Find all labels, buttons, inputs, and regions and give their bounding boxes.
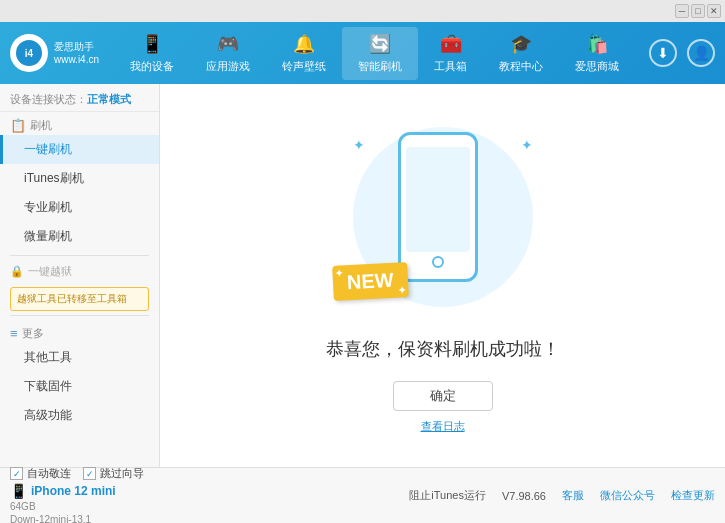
sidebar-divider-1: [10, 255, 149, 256]
service-link[interactable]: 客服: [562, 488, 584, 503]
phone-screen: [406, 147, 470, 252]
logo-icon: i4: [10, 34, 48, 72]
phone-device: [398, 132, 478, 282]
lock-icon: 🔒: [10, 265, 24, 278]
confirm-button[interactable]: 确定: [393, 381, 493, 411]
more-section-header: ≡ 更多: [0, 320, 159, 343]
new-badge: NEW: [333, 264, 408, 299]
sidebar-item-itunes-flash[interactable]: iTunes刷机: [0, 164, 159, 193]
nav-item-smart-shop[interactable]: 🔄 智能刷机: [342, 27, 418, 80]
download-button[interactable]: ⬇: [649, 39, 677, 67]
sidebar-item-other-tools[interactable]: 其他工具: [0, 343, 159, 372]
nav-right: ⬇ 👤: [649, 39, 715, 67]
checkbox-auto-connect-box[interactable]: ✓: [10, 467, 23, 480]
bottom-panel: ✓ 自动敬连 ✓ 跳过向导 📱 iPhone 12 mini 64GB Down…: [0, 467, 725, 523]
update-link[interactable]: 检查更新: [671, 488, 715, 503]
bottom-left-section: ✓ 自动敬连 ✓ 跳过向导 📱 iPhone 12 mini 64GB Down…: [10, 466, 152, 523]
sidebar-item-advanced[interactable]: 高级功能: [0, 401, 159, 430]
phone-home-btn: [432, 256, 444, 268]
sidebar-item-download-fw[interactable]: 下载固件: [0, 372, 159, 401]
content-row: 设备连接状态： 正常模式 📋 刷机 一键刷机 iTunes刷机 专业刷机 微量刷…: [0, 84, 725, 467]
main-content: ✦ ✦ NEW 恭喜您，保资料刷机成功啦！ 确定 查看日志: [160, 84, 725, 467]
tools-icon: 🧰: [440, 33, 462, 55]
stop-itunes-label: 阻止iTunes运行: [409, 488, 486, 503]
new-ribbon-label: NEW: [332, 262, 408, 301]
sparkle-tr-icon: ✦: [521, 137, 533, 153]
sidebar-item-one-click-flash[interactable]: 一键刷机: [0, 135, 159, 164]
sidebar: 设备连接状态： 正常模式 📋 刷机 一键刷机 iTunes刷机 专业刷机 微量刷…: [0, 84, 160, 467]
logo-area: i4 爱思助手 www.i4.cn: [10, 34, 100, 72]
maximize-button[interactable]: □: [691, 4, 705, 18]
device-phone-icon: 📱: [10, 483, 27, 499]
sidebar-item-micro-flash[interactable]: 微量刷机: [0, 222, 159, 251]
nav-item-tools[interactable]: 🧰 工具箱: [418, 27, 483, 80]
sidebar-item-pro-flash[interactable]: 专业刷机: [0, 193, 159, 222]
sidebar-jailbreak-disabled: 🔒 一键越狱: [0, 260, 159, 283]
my-device-icon: 📱: [141, 33, 163, 55]
checkbox-auto-connect[interactable]: ✓ 自动敬连: [10, 466, 71, 481]
app-game-icon: 🎮: [217, 33, 239, 55]
flash-section-header: 📋 刷机: [0, 112, 159, 135]
shop-icon: 🛍️: [586, 33, 608, 55]
top-nav: i4 爱思助手 www.i4.cn 📱 我的设备 🎮 应用游戏 🔔 铃声壁纸 🔄: [0, 22, 725, 84]
checkbox-skip-wizard-box[interactable]: ✓: [83, 467, 96, 480]
connection-status: 设备连接状态： 正常模式: [0, 88, 159, 112]
status-right: 阻止iTunes运行 V7.98.66 客服 微信公众号 检查更新: [409, 488, 715, 503]
sidebar-warning-box: 越狱工具已转移至工具箱: [10, 287, 149, 311]
smart-shop-icon: 🔄: [369, 33, 391, 55]
device-fw-row: Down-12mini-13,1: [10, 514, 152, 523]
sidebar-divider-2: [10, 315, 149, 316]
secondary-link[interactable]: 查看日志: [421, 419, 465, 434]
nav-item-tutorial[interactable]: 🎓 教程中心: [483, 27, 559, 80]
title-bar: ─ □ ✕: [0, 0, 725, 22]
nav-items: 📱 我的设备 🎮 应用游戏 🔔 铃声壁纸 🔄 智能刷机 🧰 工具箱 🎓: [100, 27, 649, 80]
version-label: V7.98.66: [502, 490, 546, 502]
nav-item-ringtone[interactable]: 🔔 铃声壁纸: [266, 27, 342, 80]
tutorial-icon: 🎓: [510, 33, 532, 55]
device-row: 📱 iPhone 12 mini: [10, 483, 152, 499]
ringtone-icon: 🔔: [293, 33, 315, 55]
account-button[interactable]: 👤: [687, 39, 715, 67]
more-section-icon: ≡: [10, 326, 18, 341]
checkboxes-row: ✓ 自动敬连 ✓ 跳过向导: [10, 466, 152, 481]
phone-illustration: ✦ ✦ NEW: [343, 117, 543, 317]
wechat-link[interactable]: 微信公众号: [600, 488, 655, 503]
device-sub-row: 64GB: [10, 501, 152, 512]
close-button[interactable]: ✕: [707, 4, 721, 18]
nav-item-my-device[interactable]: 📱 我的设备: [114, 27, 190, 80]
sparkle-tl-icon: ✦: [353, 137, 365, 153]
minimize-button[interactable]: ─: [675, 4, 689, 18]
logo-text: 爱思助手 www.i4.cn: [54, 40, 99, 66]
nav-item-app-game[interactable]: 🎮 应用游戏: [190, 27, 266, 80]
checkbox-skip-wizard[interactable]: ✓ 跳过向导: [83, 466, 144, 481]
nav-item-shop[interactable]: 🛍️ 爱思商城: [559, 27, 635, 80]
success-message: 恭喜您，保资料刷机成功啦！: [326, 337, 560, 361]
flash-section-icon: 📋: [10, 118, 26, 133]
